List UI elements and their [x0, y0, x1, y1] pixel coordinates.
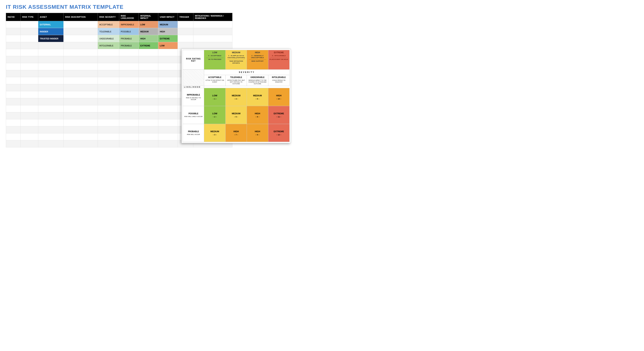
- table-cell[interactable]: [139, 133, 158, 140]
- table-cell[interactable]: [119, 119, 139, 126]
- table-cell[interactable]: MEDIUM: [139, 28, 158, 35]
- table-cell[interactable]: [139, 91, 158, 98]
- table-cell[interactable]: [119, 98, 139, 105]
- table-cell[interactable]: [21, 42, 38, 49]
- table-cell[interactable]: [194, 21, 232, 28]
- table-cell[interactable]: [21, 105, 38, 112]
- table-cell[interactable]: [98, 112, 119, 119]
- table-cell[interactable]: [6, 28, 21, 35]
- table-cell[interactable]: [64, 63, 98, 70]
- table-cell[interactable]: [38, 77, 64, 84]
- table-cell[interactable]: [98, 98, 119, 105]
- table-cell[interactable]: [21, 126, 38, 133]
- table-cell[interactable]: [139, 105, 158, 112]
- table-cell[interactable]: INSIDER: [38, 28, 64, 35]
- table-cell[interactable]: [194, 28, 232, 35]
- table-cell[interactable]: [98, 49, 119, 56]
- table-cell[interactable]: [21, 21, 38, 28]
- table-cell[interactable]: [139, 112, 158, 119]
- table-cell[interactable]: [21, 133, 38, 140]
- table-cell[interactable]: LOW: [139, 21, 158, 28]
- table-cell[interactable]: [119, 49, 139, 56]
- table-cell[interactable]: [119, 140, 139, 147]
- table-cell[interactable]: [21, 112, 38, 119]
- table-cell[interactable]: [119, 112, 139, 119]
- table-cell[interactable]: [98, 84, 119, 91]
- table-cell[interactable]: POSSIBLE: [119, 28, 139, 35]
- table-cell[interactable]: PROBABLE: [119, 42, 139, 49]
- table-row[interactable]: INTOLERABLEPROBABLEEXTREMELOW: [6, 42, 232, 49]
- table-cell[interactable]: [139, 84, 158, 91]
- table-cell[interactable]: [6, 140, 21, 147]
- table-cell[interactable]: [64, 84, 98, 91]
- table-cell[interactable]: EXTREME: [139, 42, 158, 49]
- table-cell[interactable]: [38, 70, 64, 77]
- table-cell[interactable]: [21, 56, 38, 63]
- table-cell[interactable]: [178, 28, 194, 35]
- table-cell[interactable]: [6, 98, 21, 105]
- table-cell[interactable]: [158, 119, 178, 126]
- table-cell[interactable]: [64, 77, 98, 84]
- table-row[interactable]: TRUSTED INSIDERUNDESIRABLEPROBABLEHIGHEX…: [6, 35, 232, 42]
- table-cell[interactable]: [139, 98, 158, 105]
- table-cell[interactable]: [6, 77, 21, 84]
- table-cell[interactable]: [98, 63, 119, 70]
- table-cell[interactable]: [38, 133, 64, 140]
- table-cell[interactable]: [6, 119, 21, 126]
- table-cell[interactable]: [64, 91, 98, 98]
- table-cell[interactable]: [21, 35, 38, 42]
- table-cell[interactable]: [21, 70, 38, 77]
- table-cell[interactable]: [64, 42, 98, 49]
- table-cell[interactable]: [64, 133, 98, 140]
- table-cell[interactable]: [139, 49, 158, 56]
- table-cell[interactable]: [139, 140, 158, 147]
- table-cell[interactable]: [64, 126, 98, 133]
- table-cell[interactable]: ACCEPTABLE: [98, 21, 119, 28]
- table-cell[interactable]: [21, 91, 38, 98]
- table-cell[interactable]: [98, 126, 119, 133]
- table-cell[interactable]: [38, 98, 64, 105]
- table-cell[interactable]: [139, 119, 158, 126]
- table-cell[interactable]: [64, 105, 98, 112]
- table-cell[interactable]: [38, 56, 64, 63]
- table-cell[interactable]: LOW: [158, 42, 178, 49]
- table-cell[interactable]: [6, 63, 21, 70]
- table-cell[interactable]: EXTREME: [158, 35, 178, 42]
- table-cell[interactable]: [21, 119, 38, 126]
- table-cell[interactable]: [38, 126, 64, 133]
- table-cell[interactable]: [64, 119, 98, 126]
- table-cell[interactable]: [6, 70, 21, 77]
- table-cell[interactable]: [6, 105, 21, 112]
- table-cell[interactable]: TRUSTED INSIDER: [38, 35, 64, 42]
- table-cell[interactable]: [64, 70, 98, 77]
- table-cell[interactable]: [139, 126, 158, 133]
- table-cell[interactable]: [6, 84, 21, 91]
- table-cell[interactable]: [119, 91, 139, 98]
- table-cell[interactable]: [119, 56, 139, 63]
- table-cell[interactable]: [21, 98, 38, 105]
- table-cell[interactable]: [21, 77, 38, 84]
- table-cell[interactable]: [158, 70, 178, 77]
- table-cell[interactable]: [6, 112, 21, 119]
- table-cell[interactable]: IMPROBABLE: [119, 21, 139, 28]
- table-cell[interactable]: [64, 21, 98, 28]
- table-cell[interactable]: [64, 49, 98, 56]
- table-cell[interactable]: TOLERABLE: [98, 28, 119, 35]
- table-cell[interactable]: [64, 140, 98, 147]
- table-cell[interactable]: [158, 49, 178, 56]
- table-cell[interactable]: [139, 70, 158, 77]
- table-cell[interactable]: [6, 21, 21, 28]
- table-cell[interactable]: [158, 133, 178, 140]
- table-cell[interactable]: [139, 63, 158, 70]
- table-cell[interactable]: [158, 84, 178, 91]
- table-cell[interactable]: [38, 42, 64, 49]
- table-cell[interactable]: [6, 42, 21, 49]
- table-cell[interactable]: [64, 56, 98, 63]
- table-cell[interactable]: [158, 98, 178, 105]
- table-cell[interactable]: [158, 140, 178, 147]
- table-cell[interactable]: [194, 35, 232, 42]
- table-cell[interactable]: [119, 133, 139, 140]
- table-cell[interactable]: [21, 28, 38, 35]
- table-cell[interactable]: [158, 91, 178, 98]
- table-cell[interactable]: [98, 91, 119, 98]
